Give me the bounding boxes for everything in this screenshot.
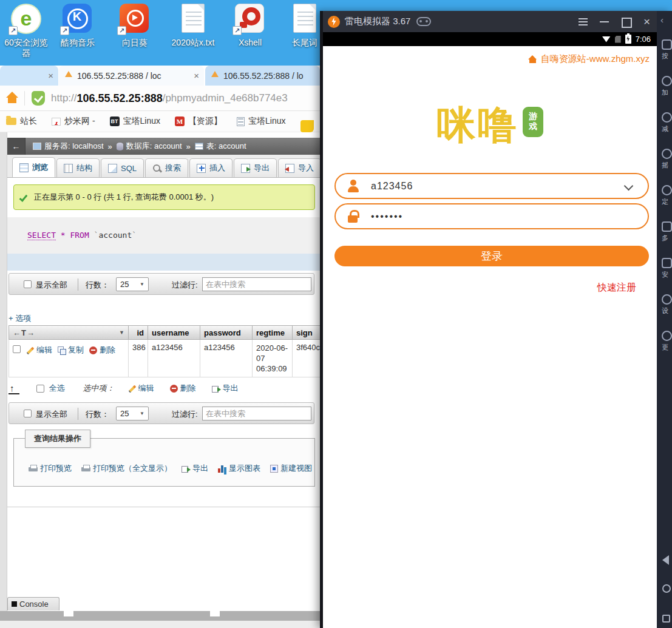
pma-tabbar: 浏览 结构 SQL 搜索 插入 导出 导入 — [7, 155, 320, 178]
pma-tab-import[interactable]: 导入 — [278, 158, 320, 177]
app-login-screen: 自嗨资源站-www.zhgm.xyz 咪噜 游戏 登录 快速注册 — [323, 46, 657, 628]
bookmark-zhanzhang[interactable]: 站长 — [6, 116, 37, 127]
create-view-link[interactable]: 新建视图 — [270, 463, 312, 474]
bookmark-overflow-icon[interactable] — [300, 120, 314, 132]
view-icon — [270, 465, 278, 473]
row-checkbox[interactable] — [13, 345, 21, 353]
android-recent-icon[interactable] — [662, 615, 670, 623]
database-icon — [117, 143, 123, 150]
android-home-icon[interactable] — [662, 584, 671, 593]
selected-export-link[interactable]: 导出 — [212, 383, 239, 394]
selected-edit-link[interactable]: 编辑 — [128, 383, 154, 394]
console-tab[interactable]: Console — [7, 597, 59, 610]
edit-link[interactable]: 编辑 — [26, 345, 52, 356]
sidebar-item-shake[interactable]: 摇 — [662, 149, 672, 170]
sidebar-item-volume-up[interactable]: 加 — [662, 76, 672, 97]
pma-tab-export[interactable]: 导出 — [234, 158, 277, 177]
desktop-icon-txt-2020[interactable]: 2020站x.txt — [165, 4, 222, 48]
export-link[interactable]: 导出 — [182, 463, 208, 474]
pma-tab-insert[interactable]: 插入 — [189, 158, 232, 177]
browser-tab-partial[interactable]: × — [0, 66, 58, 86]
pma-tab-sql[interactable]: SQL — [101, 158, 144, 177]
header-id[interactable]: id — [129, 325, 148, 340]
collapse-chevron-icon[interactable]: ‹ — [660, 15, 664, 25]
delete-link[interactable]: 删除 — [89, 345, 115, 356]
close-icon[interactable]: × — [642, 16, 652, 27]
header-regtime[interactable]: regtime — [253, 325, 293, 340]
desktop-icon-360-browser[interactable]: e ↗ 60安全浏览器 — [0, 4, 55, 58]
column-options-caret[interactable]: ▼ — [119, 329, 124, 336]
header-sign[interactable]: sign — [293, 325, 320, 340]
rows-select[interactable]: 25▼ — [116, 277, 149, 291]
show-all-checkbox[interactable] — [24, 280, 32, 288]
username-field[interactable] — [334, 173, 649, 199]
menu-icon[interactable] — [578, 16, 588, 27]
breadcrumb-database[interactable]: 数据库: account — [117, 141, 182, 152]
pma-tab-structure[interactable]: 结构 — [56, 158, 100, 177]
breadcrumb-server[interactable]: 服务器: localhost — [33, 141, 104, 152]
show-all-checkbox[interactable] — [24, 410, 32, 417]
browse-icon — [19, 163, 29, 172]
shortcut-arrow-icon: ↗ — [8, 26, 18, 35]
browser-tab-2[interactable]: PMA 106.55.52.25:888 / lo — [205, 66, 320, 86]
show-all-label: 显示全部 — [36, 280, 67, 291]
rows-select[interactable]: 25▼ — [116, 407, 149, 420]
desktop-icon-sunflower[interactable]: ↗ 向日葵 — [106, 4, 163, 48]
desktop-icon-kugou[interactable]: K ↗ 酷狗音乐 — [49, 4, 106, 48]
desktop-icon-xshell[interactable]: ↗ Xshell — [222, 4, 279, 48]
maximize-icon[interactable] — [620, 16, 631, 27]
pma-tab-search[interactable]: 搜索 — [145, 158, 188, 177]
bookmark-chaomi[interactable]: 炒米网 - — [52, 116, 95, 127]
check-all-checkbox[interactable] — [36, 385, 44, 393]
sidebar-item-more[interactable]: 更 — [662, 331, 672, 352]
sidebar-item-install[interactable]: 安 — [662, 258, 672, 279]
print-preview-link[interactable]: 打印预览 — [29, 463, 72, 474]
options-link[interactable]: + 选项 — [8, 313, 31, 324]
select-caret-icon: ▼ — [140, 282, 144, 287]
home-icon[interactable] — [6, 92, 18, 104]
chevron-down-icon[interactable] — [624, 181, 634, 191]
password-field[interactable] — [334, 203, 649, 229]
bookmark-baota[interactable]: 宝塔Linux — [237, 116, 285, 127]
quick-register-link[interactable]: 快速注册 — [597, 282, 636, 294]
check-all-link[interactable]: 全选 — [49, 383, 65, 394]
emulator-titlebar[interactable]: 雷电模拟器 3.67 × — [323, 11, 657, 32]
security-shield-icon[interactable] — [32, 91, 45, 106]
sidebar-item-volume-down[interactable]: 减 — [662, 112, 672, 133]
site-link[interactable]: 自嗨资源站-www.zhgm.xyz — [528, 53, 650, 65]
sidebar-item-keymap[interactable]: 按 — [662, 39, 672, 61]
sidebar-item-multi[interactable]: 多 — [662, 221, 672, 243]
android-back-icon[interactable] — [662, 555, 669, 565]
header-username[interactable]: username — [148, 325, 200, 340]
back-button[interactable]: ← — [7, 138, 25, 155]
login-button[interactable]: 登录 — [334, 246, 649, 266]
tab-close-icon[interactable]: × — [48, 70, 53, 81]
header-password[interactable]: password — [200, 325, 253, 340]
username-input[interactable] — [370, 175, 613, 197]
url-field[interactable]: http://106.55.52.25:888/phpmyadmin_4e68b… — [51, 86, 318, 111]
browser-tab-active[interactable]: PMA 106.55.52.25:888 / loc × — [59, 66, 204, 86]
browser-window: × PMA 106.55.52.25:888 / loc × PMA 106.5… — [0, 66, 320, 611]
ldplayer-logo-icon — [328, 16, 340, 28]
sort-arrows[interactable]: ←T→ — [13, 328, 35, 337]
filter-rows-input[interactable] — [202, 277, 311, 291]
tab-close-icon[interactable]: × — [194, 70, 199, 81]
divider — [78, 279, 78, 291]
chart-icon — [52, 118, 61, 126]
sidebar-item-location[interactable]: 定 — [662, 185, 672, 206]
display-chart-link[interactable]: 显示图表 — [218, 463, 260, 474]
minimize-icon[interactable] — [599, 16, 609, 27]
password-input[interactable] — [370, 206, 613, 227]
check-all-arrow-icon: ↑ — [8, 383, 19, 394]
print-preview-full-link[interactable]: 打印预览（全文显示） — [81, 463, 172, 474]
copy-link[interactable]: 复制 — [58, 345, 84, 356]
gear-icon — [662, 294, 672, 305]
bookmark-bt-linux[interactable]: BT宝塔Linux — [110, 116, 160, 127]
filter-rows-input[interactable] — [202, 407, 311, 420]
pma-tab-browse[interactable]: 浏览 — [12, 157, 55, 177]
sidebar-item-settings[interactable]: 设 — [662, 294, 672, 316]
bookmark-ziyuan[interactable]: M【资源】 — [175, 116, 222, 127]
selected-delete-link[interactable]: 删除 — [170, 383, 196, 394]
address-bar: http://106.55.52.25:888/phpmyadmin_4e68b… — [0, 86, 320, 111]
breadcrumb-table[interactable]: 表: account — [195, 141, 246, 152]
